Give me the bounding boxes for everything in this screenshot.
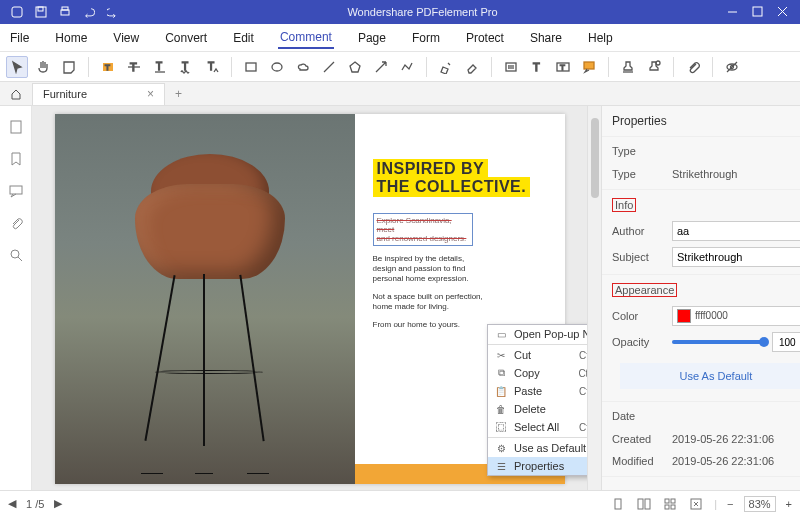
menu-home[interactable]: Home: [53, 27, 89, 48]
polygon-shape-icon[interactable]: [344, 56, 366, 78]
section-info: Info⌄ Author Subject: [602, 190, 800, 275]
strikethrough-annotation[interactable]: Explore Scandinavia, meet and renowned d…: [373, 213, 473, 246]
color-label: Color: [612, 310, 664, 322]
ctx-use-default[interactable]: ⚙Use as Default: [488, 439, 587, 457]
menu-form[interactable]: Form: [410, 27, 442, 48]
menu-edit[interactable]: Edit: [231, 27, 256, 48]
ctx-properties[interactable]: ☰Properties: [488, 457, 587, 475]
opacity-input[interactable]: [772, 332, 800, 352]
menu-convert[interactable]: Convert: [163, 27, 209, 48]
zoom-level[interactable]: 83%: [744, 496, 776, 512]
svg-rect-37: [615, 499, 621, 509]
created-value: 2019-05-26 22:31:06: [672, 433, 800, 445]
line-shape-icon[interactable]: [318, 56, 340, 78]
underline-tool-icon[interactable]: T: [149, 56, 171, 78]
attachments-icon[interactable]: [7, 214, 25, 232]
color-swatch: [677, 309, 691, 323]
menu-view[interactable]: View: [111, 27, 141, 48]
fit-page-icon[interactable]: [688, 496, 704, 512]
menu-page[interactable]: Page: [356, 27, 388, 48]
ctx-select-all[interactable]: ⿴Select AllCtrl+A: [488, 418, 587, 436]
text-comment-icon[interactable]: [500, 56, 522, 78]
opacity-slider[interactable]: [672, 340, 764, 344]
search-pane-icon[interactable]: [7, 246, 25, 264]
custom-stamp-icon[interactable]: [643, 56, 665, 78]
ctx-paste[interactable]: 📋PasteCtrl+V: [488, 382, 587, 400]
caret-tool-icon[interactable]: T: [201, 56, 223, 78]
author-input[interactable]: [672, 221, 800, 241]
page-total: 5: [38, 498, 44, 510]
scrollbar-thumb[interactable]: [591, 118, 599, 198]
color-picker[interactable]: ffff0000⌄: [672, 306, 800, 326]
menu-help[interactable]: Help: [586, 27, 615, 48]
menu-share[interactable]: Share: [528, 27, 564, 48]
comments-icon[interactable]: [7, 182, 25, 200]
callout-icon[interactable]: [578, 56, 600, 78]
modified-value: 2019-05-26 22:31:06: [672, 455, 800, 467]
print-icon[interactable]: [58, 5, 72, 19]
ctx-open-popup[interactable]: ▭Open Pop-up Note: [488, 325, 587, 343]
subject-input[interactable]: [672, 247, 800, 267]
strikethrough-tool-icon[interactable]: T: [123, 56, 145, 78]
menu-comment[interactable]: Comment: [278, 26, 334, 49]
hand-tool-icon[interactable]: [32, 56, 54, 78]
undo-icon[interactable]: [82, 5, 96, 19]
menu-bar: File Home View Convert Edit Comment Page…: [0, 24, 800, 52]
section-header-type[interactable]: Type⌄: [612, 143, 800, 163]
maximize-icon[interactable]: [752, 6, 763, 19]
document-tab-bar: Furniture × +: [0, 82, 800, 106]
ctx-copy[interactable]: ⧉CopyCtrl+C: [488, 364, 587, 382]
ctx-delete[interactable]: 🗑DeleteDel: [488, 400, 587, 418]
page-canvas[interactable]: INSPIRED BY THE COLLECTIVE. Explore Scan…: [32, 106, 587, 490]
cloud-shape-icon[interactable]: [292, 56, 314, 78]
properties-icon: ☰: [494, 461, 508, 472]
use-as-default-button[interactable]: Use As Default: [620, 363, 800, 389]
stamp-icon[interactable]: [617, 56, 639, 78]
document-tab[interactable]: Furniture ×: [32, 83, 165, 105]
oval-shape-icon[interactable]: [266, 56, 288, 78]
home-tab-icon[interactable]: [6, 88, 26, 100]
attachment-icon[interactable]: [682, 56, 704, 78]
next-page-icon[interactable]: ▶: [54, 497, 62, 510]
note-icon: ▭: [494, 329, 508, 340]
section-header-appearance[interactable]: Appearance⌄: [612, 281, 800, 303]
typewriter-icon[interactable]: T: [526, 56, 548, 78]
section-header-date[interactable]: Date⌄: [612, 408, 800, 428]
cut-icon: ✂: [494, 350, 508, 361]
rectangle-shape-icon[interactable]: [240, 56, 262, 78]
created-label: Created: [612, 433, 664, 445]
single-page-view-icon[interactable]: [610, 496, 626, 512]
zoom-in-icon[interactable]: +: [786, 498, 792, 510]
ctx-cut[interactable]: ✂CutCtrl+X: [488, 346, 587, 364]
svg-rect-34: [10, 186, 22, 194]
redo-icon[interactable]: [106, 5, 120, 19]
minimize-icon[interactable]: [727, 6, 738, 19]
photo-image: [55, 114, 355, 484]
squiggly-tool-icon[interactable]: T: [175, 56, 197, 78]
body-paragraph: Be inspired by the details, design and p…: [373, 254, 488, 284]
highlight-tool-icon[interactable]: T: [97, 56, 119, 78]
two-page-view-icon[interactable]: [636, 496, 652, 512]
textbox-icon[interactable]: T: [552, 56, 574, 78]
connected-line-icon[interactable]: [396, 56, 418, 78]
save-icon[interactable]: [34, 5, 48, 19]
hide-annotations-icon[interactable]: [721, 56, 743, 78]
menu-protect[interactable]: Protect: [464, 27, 506, 48]
section-header-info[interactable]: Info⌄: [612, 196, 800, 218]
select-tool-icon[interactable]: [6, 56, 28, 78]
pencil-tool-icon[interactable]: [435, 56, 457, 78]
arrow-shape-icon[interactable]: [370, 56, 392, 78]
zoom-out-icon[interactable]: −: [727, 498, 733, 510]
continuous-view-icon[interactable]: [662, 496, 678, 512]
tab-close-icon[interactable]: ×: [147, 87, 154, 101]
svg-text:T: T: [182, 61, 188, 72]
note-tool-icon[interactable]: [58, 56, 80, 78]
tab-add-icon[interactable]: +: [175, 87, 182, 101]
thumbnails-icon[interactable]: [7, 118, 25, 136]
menu-file[interactable]: File: [8, 27, 31, 48]
prev-page-icon[interactable]: ◀: [8, 497, 16, 510]
eraser-tool-icon[interactable]: [461, 56, 483, 78]
canvas-scrollbar[interactable]: [587, 106, 601, 490]
close-icon[interactable]: [777, 6, 788, 19]
bookmarks-icon[interactable]: [7, 150, 25, 168]
